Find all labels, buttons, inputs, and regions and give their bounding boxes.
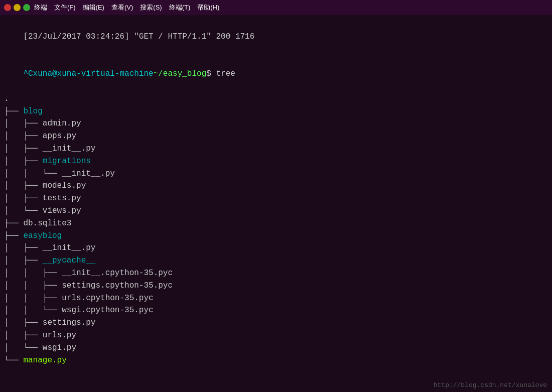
tree-pycache-urls: │ │ ├── urls.cpython-35.pyc (4, 292, 548, 305)
menu-bar: 终端 文件(F) 编辑(E) 查看(V) 搜索(S) 终端(T) 帮助(H) (34, 3, 219, 12)
tree-easyblog-init: │ ├── __init__.py (4, 242, 548, 254)
menu-terminal[interactable]: 终端 (34, 3, 47, 12)
minimize-button[interactable] (14, 4, 21, 11)
menu-search[interactable]: 搜索(S) (140, 3, 162, 12)
window-controls[interactable] (4, 4, 30, 11)
close-button[interactable] (4, 4, 11, 11)
tree-easyblog-dir: ├── easyblog (4, 230, 548, 242)
tree-pycache-settings: │ │ ├── settings.cpython-35.pyc (4, 280, 548, 292)
tree-manage: └── manage.py (4, 354, 548, 367)
tree-settings: │ ├── settings.py (4, 317, 548, 329)
tree-wsgi: │ └── wsgi.py (4, 342, 548, 354)
tree-admin: │ ├── admin.py (4, 117, 548, 130)
tree-root: . (4, 93, 548, 105)
tree-urls: │ ├── urls.py (4, 329, 548, 342)
maximize-button[interactable] (23, 4, 30, 11)
tree-pycache-dir: │ ├── __pycache__ (4, 254, 548, 267)
tree-pycache-init: │ │ ├── __init__.cpython-35.pyc (4, 267, 548, 280)
title-bar: 终端 文件(F) 编辑(E) 查看(V) 搜索(S) 终端(T) 帮助(H) (0, 0, 552, 15)
tree-init1: │ ├── __init__.py (4, 143, 548, 155)
tree-migrations-dir: │ ├── migrations (4, 155, 548, 168)
tree-tests: │ ├── tests.py (4, 192, 548, 205)
tree-views: │ └── views.py (4, 205, 548, 217)
log-line: [23/Jul/2017 03:24:26] "GET / HTTP/1.1" … (4, 18, 548, 55)
menu-edit[interactable]: 编辑(E) (83, 3, 104, 12)
tree-db: ├── db.sqlite3 (4, 217, 548, 230)
menu-terminal2[interactable]: 终端(T) (169, 3, 191, 12)
terminal-body: [23/Jul/2017 03:24:26] "GET / HTTP/1.1" … (0, 15, 552, 392)
menu-file[interactable]: 文件(F) (54, 3, 76, 12)
tree-migrations-init: │ │ └── __init__.py (4, 168, 548, 180)
menu-view[interactable]: 查看(V) (111, 3, 133, 12)
footer-url: http://blog.csdn.net/xunalove (434, 381, 547, 389)
prompt-line: ^Cxuna@xuna-virtual-machine~/easy_blog$ … (4, 55, 548, 92)
tree-blog-dir: ├── blog (4, 105, 548, 118)
tree-models: │ ├── models.py (4, 180, 548, 192)
tree-pycache-wsgi: │ │ └── wsgi.cpython-35.pyc (4, 304, 548, 317)
menu-help[interactable]: 帮助(H) (197, 3, 219, 12)
tree-apps: │ ├── apps.py (4, 130, 548, 143)
